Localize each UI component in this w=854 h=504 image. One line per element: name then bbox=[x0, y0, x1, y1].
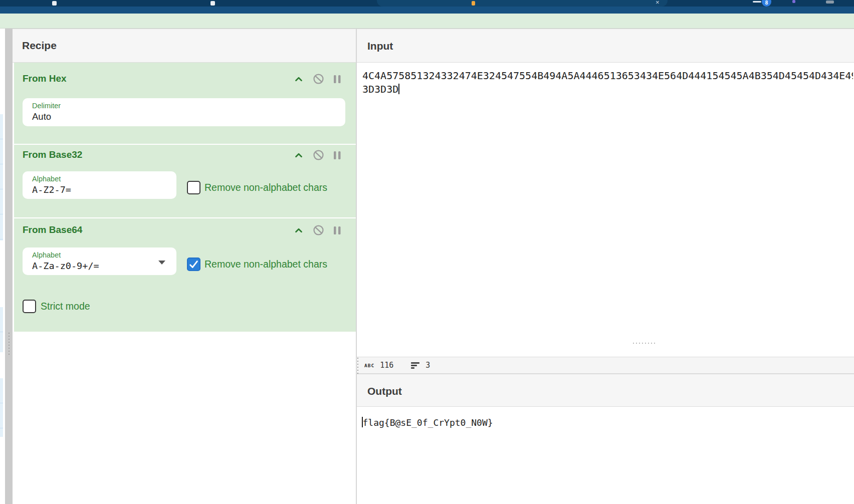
breakpoint-pause-icon[interactable] bbox=[333, 150, 342, 160]
tab-favicon[interactable] bbox=[210, 1, 215, 6]
checkbox-label: Remove non-alphabet chars bbox=[204, 259, 327, 270]
splitter-handle-dots[interactable] bbox=[9, 333, 10, 355]
op-title: From Base64 bbox=[23, 224, 82, 235]
input-pane-title: Input bbox=[367, 40, 393, 52]
arg-label: Alphabet bbox=[32, 251, 169, 259]
recipe-op-from-base64[interactable]: From Base64 Alphabet A-Za-z0-9+/= Remove… bbox=[14, 218, 356, 332]
browser-toolbar-edge bbox=[0, 7, 854, 14]
output-pane-header: Output bbox=[357, 374, 854, 407]
tab-favicon[interactable] bbox=[52, 1, 57, 6]
input-line: 4C4A575851324332474E324547554B494A5A4446… bbox=[362, 69, 853, 83]
text-cursor bbox=[398, 84, 399, 94]
remove-non-alphabet-checkbox[interactable] bbox=[187, 258, 200, 271]
arg-value[interactable]: A-Za-z0-9+/= bbox=[32, 261, 169, 271]
build-banner: Last build: 3 months ago Opt bbox=[0, 14, 854, 29]
input-output-splitter-handle[interactable] bbox=[633, 343, 656, 344]
disable-icon[interactable] bbox=[312, 224, 325, 236]
operations-list-edge bbox=[0, 378, 3, 437]
recipe-pane-title: Recipe bbox=[22, 40, 57, 52]
output-pane-title: Output bbox=[367, 385, 402, 397]
active-tab[interactable] bbox=[377, 0, 668, 7]
input-pane-header: Input bbox=[357, 29, 854, 63]
op-title: From Hex bbox=[23, 73, 67, 84]
chevron-down-icon[interactable] bbox=[158, 261, 165, 265]
operations-recipe-splitter[interactable] bbox=[5, 29, 13, 504]
output-text: flag{B@sE_0f_CrYpt0_N0W} bbox=[363, 417, 493, 428]
alphabet-dropdown[interactable]: Alphabet A-Za-z0-9+/= bbox=[23, 247, 176, 275]
recipe-op-from-base32[interactable]: From Base32 Alphabet A-Z2-7= Remove non-… bbox=[14, 145, 356, 217]
checkbox-label: Strict mode bbox=[41, 301, 90, 312]
line-count: 3 bbox=[425, 361, 430, 370]
collapse-icon[interactable] bbox=[293, 150, 304, 161]
strict-mode-checkbox[interactable] bbox=[23, 300, 36, 313]
tab-favicon[interactable] bbox=[472, 1, 475, 6]
collapse-icon[interactable] bbox=[293, 74, 304, 85]
alphabet-field[interactable]: Alphabet A-Z2-7= bbox=[23, 171, 176, 199]
breakpoint-pause-icon[interactable] bbox=[333, 74, 342, 84]
character-count-icon: ABC bbox=[364, 363, 374, 368]
character-count: 116 bbox=[380, 361, 393, 370]
arg-label: Delimiter bbox=[32, 102, 338, 110]
line-count-icon bbox=[411, 361, 420, 369]
browser-control-icon[interactable] bbox=[826, 1, 834, 4]
operations-list-edge bbox=[0, 307, 3, 352]
extension-icon[interactable] bbox=[792, 0, 795, 3]
browser-tab-strip: × 8 bbox=[0, 0, 854, 7]
checkbox-label: Remove non-alphabet chars bbox=[204, 182, 327, 193]
remove-non-alphabet-checkbox[interactable] bbox=[187, 181, 200, 194]
input-textarea[interactable]: 4C4A575851324332474E324547554B494A5A4446… bbox=[357, 63, 854, 343]
disable-icon[interactable] bbox=[312, 149, 325, 161]
recipe-op-from-hex[interactable]: From Hex Delimiter Auto bbox=[14, 63, 356, 144]
recipe-pane-header: Recipe bbox=[13, 29, 356, 63]
browser-menu-icon[interactable] bbox=[753, 1, 761, 3]
disable-icon[interactable] bbox=[312, 73, 325, 85]
close-tab-icon[interactable]: × bbox=[656, 0, 660, 6]
breakpoint-pause-icon[interactable] bbox=[333, 225, 342, 235]
input-status-bar: ABC 116 3 bbox=[357, 357, 854, 374]
collapse-icon[interactable] bbox=[293, 225, 304, 236]
op-title: From Base32 bbox=[23, 149, 82, 160]
arg-value[interactable]: A-Z2-7= bbox=[32, 184, 169, 195]
input-line: 3D3D3D bbox=[362, 83, 398, 95]
arg-value[interactable]: Auto bbox=[32, 111, 338, 122]
profile-avatar[interactable]: 8 bbox=[762, 0, 771, 7]
delimiter-field[interactable]: Delimiter Auto bbox=[23, 98, 345, 126]
operations-list-edge bbox=[0, 114, 3, 240]
arg-label: Alphabet bbox=[32, 175, 169, 183]
output-textarea[interactable]: flag{B@sE_0f_CrYpt0_N0W} bbox=[357, 407, 854, 504]
